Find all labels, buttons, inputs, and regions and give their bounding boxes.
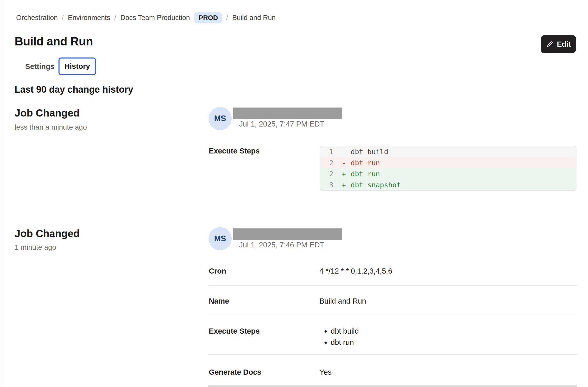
field-label-generate-docs: Generate Docs [209, 368, 261, 376]
change-history-heading: Last 90 day change history [15, 84, 133, 95]
event-timestamp: Jul 1, 2025, 7:46 PM EDT [239, 241, 324, 249]
breadcrumb-environment-name[interactable]: Docs Team Production [120, 14, 190, 22]
diff-text: dbt snapshot [351, 181, 401, 189]
entry-divider [15, 219, 580, 219]
tabs-divider [3, 75, 588, 75]
field-label-execute-steps: Execute Steps [209, 147, 260, 155]
diff-line-added: 3+dbt snapshot [320, 179, 576, 190]
avatar: MS [209, 107, 232, 130]
breadcrumb: Orchestration / Environments / Docs Team… [16, 12, 276, 23]
breadcrumb-environments[interactable]: Environments [68, 14, 110, 22]
event-timestamp: Jul 1, 2025, 7:47 PM EDT [239, 120, 324, 128]
redacted-user-name [233, 108, 342, 119]
diff-line-unchanged: 1dbt build [320, 146, 576, 157]
field-label-cron: Cron [209, 267, 226, 275]
pencil-icon [546, 40, 554, 48]
field-value-cron: 4 */12 * * 0,1,2,3,4,5,6 [319, 267, 392, 275]
diff-prefix: + [342, 179, 351, 190]
breadcrumb-current-job: Build and Run [232, 14, 276, 22]
event-relative-time: 1 minute ago [15, 243, 56, 251]
execute-steps-list: dbt build dbt run [320, 325, 359, 348]
diff-line-number: 1 [329, 146, 342, 157]
diff-line-number: 2 [329, 168, 342, 179]
next-row-divider-partial [208, 385, 577, 387]
avatar: MS [209, 227, 232, 250]
field-value-generate-docs: Yes [319, 368, 331, 376]
event-relative-time: less than a minute ago [15, 123, 87, 131]
page-title: Build and Run [15, 34, 93, 48]
edit-button[interactable]: Edit [541, 35, 576, 53]
row-divider [208, 354, 577, 355]
execute-steps-diff-block: 1dbt build 2-dbt run 2+dbt run 3+dbt sna… [320, 146, 576, 191]
row-divider [208, 285, 577, 286]
panel-left-border [3, 0, 3, 387]
diff-prefix: + [342, 168, 351, 179]
row-divider [208, 316, 577, 316]
job-history-page: Orchestration / Environments / Docs Team… [0, 0, 588, 387]
diff-text: dbt run [351, 159, 380, 167]
diff-line-number: 2 [329, 157, 342, 168]
breadcrumb-separator: / [226, 14, 228, 22]
edit-button-label: Edit [557, 40, 571, 49]
field-value-name: Build and Run [319, 297, 366, 305]
execute-step-item: dbt build [331, 325, 359, 337]
diff-text: dbt run [351, 170, 380, 178]
field-label-name: Name [209, 297, 229, 305]
tab-history[interactable]: History [58, 57, 96, 75]
diff-line-number: 3 [329, 179, 342, 190]
diff-text: dbt build [351, 148, 388, 156]
breadcrumb-orchestration[interactable]: Orchestration [16, 14, 58, 22]
breadcrumb-separator: / [62, 14, 64, 22]
breadcrumb-separator: / [114, 14, 116, 22]
execute-step-item: dbt run [331, 337, 359, 348]
field-label-execute-steps: Execute Steps [209, 327, 260, 335]
tab-settings[interactable]: Settings [21, 58, 59, 75]
diff-line-removed: 2-dbt run [320, 157, 576, 168]
redacted-user-name [233, 228, 342, 240]
event-title: Job Changed [15, 107, 80, 119]
event-title: Job Changed [15, 228, 80, 239]
env-prod-badge: PROD [194, 12, 222, 23]
diff-prefix: - [342, 157, 351, 168]
diff-line-added: 2+dbt run [320, 168, 576, 179]
